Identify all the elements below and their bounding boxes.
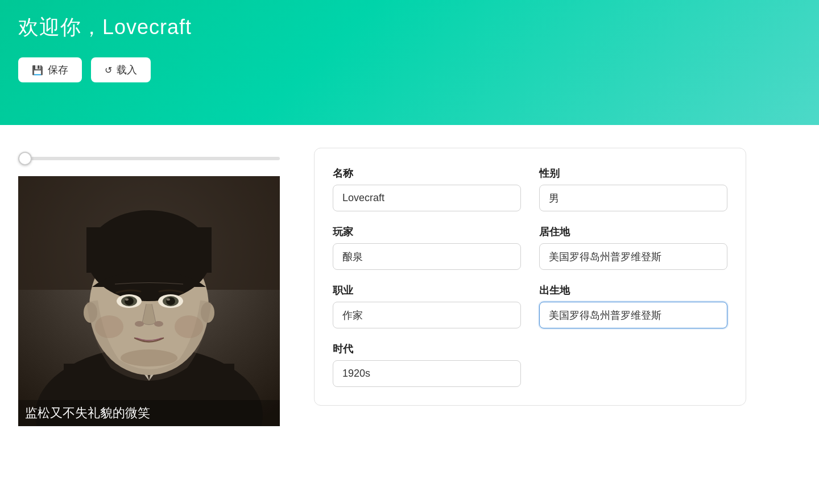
save-button[interactable]: 💾 保存 — [18, 57, 82, 82]
form-group-era: 时代 — [333, 342, 521, 387]
svg-point-20 — [135, 321, 144, 327]
label-gender: 性别 — [539, 166, 727, 180]
form-group-birthplace: 出生地 — [539, 284, 727, 328]
load-button-label: 载入 — [117, 63, 137, 77]
form-group-residence: 居住地 — [539, 225, 727, 270]
svg-rect-9 — [86, 227, 212, 273]
slider-container — [18, 148, 291, 167]
label-occupation: 职业 — [333, 284, 521, 297]
input-player[interactable] — [333, 243, 521, 270]
left-panel: 监松又不失礼貌的微笑 — [18, 148, 291, 481]
input-era[interactable] — [333, 360, 521, 387]
input-occupation[interactable] — [333, 302, 521, 328]
input-birthplace[interactable] — [539, 302, 727, 328]
label-player: 玩家 — [333, 225, 521, 239]
svg-point-19 — [167, 298, 170, 301]
image-caption: 监松又不失礼貌的微笑 — [18, 400, 280, 426]
label-era: 时代 — [333, 342, 521, 356]
image-container: 监松又不失礼貌的微笑 — [18, 176, 280, 426]
svg-point-23 — [95, 315, 123, 338]
svg-point-24 — [175, 315, 203, 338]
input-residence[interactable] — [539, 243, 727, 270]
svg-point-18 — [125, 298, 129, 301]
image-slider[interactable] — [18, 157, 280, 160]
save-button-label: 保存 — [48, 63, 68, 77]
username-display: Lovecraft — [102, 15, 192, 39]
header: 欢迎你，Lovecraft 💾 保存 ↺ 载入 — [0, 0, 819, 125]
save-icon: 💾 — [32, 65, 43, 76]
form-group-name: 名称 — [333, 166, 521, 211]
welcome-prefix: 欢迎你， — [18, 15, 102, 39]
toolbar: 💾 保存 ↺ 载入 — [18, 57, 801, 82]
svg-point-21 — [154, 321, 163, 327]
form-group-occupation: 职业 — [333, 284, 521, 328]
svg-point-22 — [121, 349, 177, 366]
form-group-player: 玩家 — [333, 225, 521, 270]
portrait-image — [18, 176, 280, 426]
load-icon: ↺ — [105, 65, 112, 76]
label-residence: 居住地 — [539, 225, 727, 239]
load-button[interactable]: ↺ 载入 — [91, 57, 151, 82]
welcome-title: 欢迎你，Lovecraft — [18, 14, 801, 41]
label-name: 名称 — [333, 166, 521, 180]
svg-point-17 — [166, 297, 175, 305]
main-content: 监松又不失礼貌的微笑 名称性别玩家居住地职业出生地时代 — [0, 125, 819, 504]
form-group-gender: 性别 — [539, 166, 727, 211]
svg-point-16 — [125, 297, 134, 305]
profile-card: 名称性别玩家居住地职业出生地时代 — [314, 148, 746, 406]
input-name[interactable] — [333, 185, 521, 211]
right-panel: 名称性别玩家居住地职业出生地时代 — [314, 148, 801, 481]
input-gender[interactable] — [539, 185, 727, 211]
label-birthplace: 出生地 — [539, 284, 727, 297]
form-grid: 名称性别玩家居住地职业出生地时代 — [333, 166, 727, 387]
